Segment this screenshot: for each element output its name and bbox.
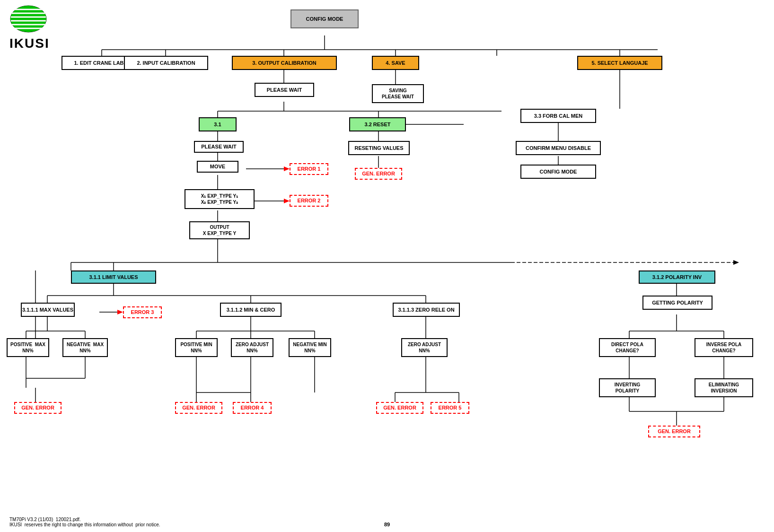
node-3113-zero: 3.1.1.3 ZERO RELE ON — [393, 303, 460, 317]
please-wait-31: PLEASE WAIT — [194, 141, 244, 153]
getting-polarity-box: GETTING POLARITY — [642, 296, 712, 310]
error3-box: ERROR 3 — [123, 306, 162, 318]
gen-error-pola-box: GEN. ERROR — [648, 426, 700, 437]
svg-marker-24 — [284, 199, 290, 203]
brand-name: IKUSI — [9, 36, 50, 51]
gen-error-32-box: GEN. ERROR — [355, 168, 402, 180]
node-33-forb: 3.3 FORB CAL MEN — [520, 109, 596, 123]
node-311-limit: 3.1.1 LIMIT VALUES — [71, 270, 156, 284]
zero-adjust-zero-box: ZERO ADJUST NN% — [401, 338, 448, 357]
gen-error-zero-box: GEN. ERROR — [376, 402, 423, 414]
page-number: 89 — [384, 522, 390, 527]
error2-box: ERROR 2 — [290, 195, 328, 207]
menu-output-calibration[interactable]: 3. OUTPUT CALIBRATION — [232, 56, 337, 70]
reseting-values-box: RESETING VALUES — [348, 141, 410, 155]
error4-box: ERROR 4 — [233, 402, 272, 414]
menu-input-calibration[interactable]: 2. INPUT CALIBRATION — [124, 56, 208, 70]
inverting-polarity-box: INVERTING POLARITY — [599, 378, 656, 397]
menu-save[interactable]: 4. SAVE — [372, 56, 419, 70]
logo-area: IKUSI — [9, 5, 50, 51]
negative-max-box: NEGATIVE MAX NN% — [62, 338, 108, 357]
negative-min-box: NEGATIVE MIN NN% — [289, 338, 331, 357]
saving-please-wait: SAVING PLEASE WAIT — [372, 84, 424, 103]
svg-marker-21 — [284, 166, 290, 171]
inverse-pola-box: INVERSE POLA CHANGE? — [695, 338, 753, 357]
error5-box: ERROR 5 — [431, 402, 469, 414]
node-3111-max: 3.1.1.1 MAX VALUES — [21, 303, 75, 317]
svg-marker-30 — [733, 260, 739, 265]
footer-text: TM70Pi V3.2 (11/03) 120021.pdf. IKUSI re… — [9, 517, 160, 527]
svg-marker-50 — [117, 310, 123, 314]
confirm-menu-disable-box: CONFIRM MENU DISABLE — [516, 141, 601, 155]
zero-adjust-min-box: ZERO ADJUST NN% — [231, 338, 273, 357]
node-312-pola: 3.1.2 POLARITY INV — [639, 270, 715, 284]
positive-max-box: POSITIVE MAX NN% — [7, 338, 49, 357]
eliminating-inversion-box: ELIMINATING INVERSION — [695, 378, 753, 397]
gen-error-min-box: GEN. ERROR — [175, 402, 222, 414]
node-3112-min: 3.1.1.2 MIN & CERO — [220, 303, 281, 317]
output-x-exp-box: OUTPUT X EXP_TYPE Y — [189, 221, 250, 239]
node-32-reset: 3.2 RESET — [349, 117, 406, 131]
move-box: MOVE — [197, 161, 238, 173]
ikusi-logo-icon — [9, 5, 47, 33]
direct-pola-box: DIRECT POLA CHANGE? — [599, 338, 656, 357]
positive-min-box: POSITIVE MIN NN% — [175, 338, 218, 357]
please-wait-3: PLEASE WAIT — [255, 83, 314, 97]
node-31: 3.1 — [199, 117, 237, 131]
x-exp-type-box: X₁ EXP_TYPE Y₁ X₂ EXP_TYPE Y₂ — [185, 189, 255, 209]
config-mode-box: CONFIG MODE — [290, 9, 359, 28]
error1-box: ERROR 1 — [290, 163, 328, 175]
config-mode-33-box: CONFIG MODE — [520, 165, 596, 179]
gen-error-max-box: GEN. ERROR — [14, 402, 62, 414]
menu-select-language[interactable]: 5. SELECT LANGUAJE — [577, 56, 662, 70]
